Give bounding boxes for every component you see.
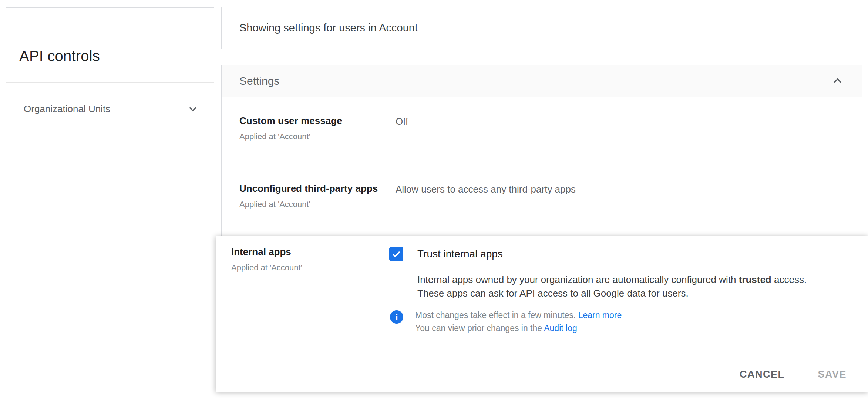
note-line1: Most changes take effect in a few minute… <box>415 310 578 320</box>
cancel-button[interactable]: CANCEL <box>736 364 788 385</box>
description-text: Internal apps owned by your organization… <box>417 274 739 285</box>
chevron-up-icon[interactable] <box>831 74 844 88</box>
setting-label: Internal apps <box>231 246 379 258</box>
trust-internal-apps-checkbox[interactable] <box>389 247 403 261</box>
setting-label: Unconfigured third-party apps <box>239 183 396 194</box>
note-line2: You can view prior changes in the <box>415 323 544 333</box>
info-icon: i <box>390 310 403 324</box>
scope-text: Showing settings for users in Account <box>239 22 418 34</box>
setting-label-column: Internal apps Applied at 'Account' <box>231 246 379 273</box>
trust-internal-apps-label[interactable]: Trust internal apps <box>417 248 503 260</box>
check-icon <box>391 248 402 260</box>
organizational-units-label: Organizational Units <box>24 103 110 115</box>
setting-value: Allow users to access any third-party ap… <box>396 183 576 195</box>
setting-value: Off <box>396 115 408 127</box>
changes-note: i Most changes take effect in a few minu… <box>390 309 622 335</box>
settings-panel-title: Settings <box>239 75 279 87</box>
page-title: API controls <box>19 48 100 64</box>
learn-more-link[interactable]: Learn more <box>578 310 622 320</box>
chevron-down-icon <box>186 103 199 115</box>
description-bold-text: trusted <box>739 274 771 285</box>
setting-applied-at: Applied at 'Account' <box>239 132 396 141</box>
setting-label-column: Custom user message Applied at 'Account' <box>239 115 396 141</box>
internal-apps-edit-card: Internal apps Applied at 'Account' Trust… <box>216 236 868 392</box>
description-text: access. <box>771 274 807 285</box>
trust-internal-apps-row: Trust internal apps <box>389 247 503 261</box>
note-text: Most changes take effect in a few minute… <box>415 309 622 335</box>
setting-row-unconfigured-third-party-apps[interactable]: Unconfigured third-party apps Applied at… <box>222 183 862 209</box>
sidebar-item-organizational-units[interactable]: Organizational Units <box>6 92 214 126</box>
sidebar: API controls Organizational Units <box>6 7 214 404</box>
actions-bar: CANCEL SAVE <box>736 364 850 385</box>
setting-row-custom-user-message[interactable]: Custom user message Applied at 'Account'… <box>222 115 862 141</box>
actions-divider <box>216 354 868 354</box>
setting-label: Custom user message <box>239 115 396 127</box>
settings-panel-header[interactable]: Settings <box>222 65 862 97</box>
description-text: These apps can ask for API access to all… <box>417 288 689 299</box>
sidebar-divider <box>6 82 214 83</box>
setting-applied-at: Applied at 'Account' <box>239 200 396 209</box>
setting-applied-at: Applied at 'Account' <box>231 263 379 273</box>
setting-label-column: Unconfigured third-party apps Applied at… <box>239 183 396 209</box>
scope-banner: Showing settings for users in Account <box>221 7 862 49</box>
audit-log-link[interactable]: Audit log <box>544 323 577 333</box>
api-controls-page: API controls Organizational Units Showin… <box>0 0 868 411</box>
internal-apps-description: Internal apps owned by your organization… <box>417 273 843 300</box>
save-button[interactable]: SAVE <box>814 364 850 385</box>
